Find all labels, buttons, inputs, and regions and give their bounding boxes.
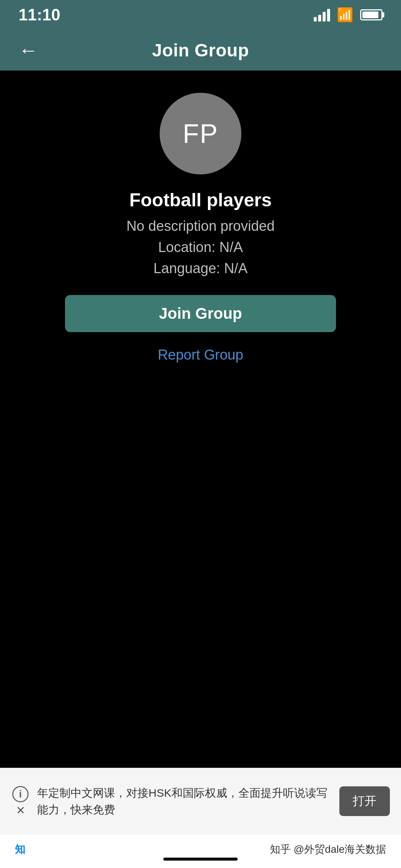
- ad-open-button[interactable]: 打开: [339, 786, 390, 816]
- ad-banner: i ✕ 年定制中文网课，对接HSK和国际权威，全面提升听说读写能力，快来免费 打…: [0, 768, 401, 835]
- join-group-button[interactable]: Join Group: [65, 295, 336, 332]
- join-group-button-label: Join Group: [159, 305, 242, 322]
- status-time: 11:10: [19, 6, 61, 24]
- bottom-bar: 知 知乎 @外贸dale海关数据: [0, 835, 401, 868]
- home-indicator-area: [0, 858, 401, 861]
- home-indicator: [163, 858, 238, 861]
- main-content: FP Football players No description provi…: [0, 71, 401, 363]
- status-icons: 📶: [314, 7, 382, 23]
- avatar-initials: FP: [183, 118, 218, 149]
- battery-icon: [360, 9, 382, 20]
- wifi-icon: 📶: [337, 7, 353, 23]
- group-name: Football players: [129, 189, 271, 211]
- zhihu-logo: 知: [15, 842, 25, 856]
- ad-text: 年定制中文网课，对接HSK和国际权威，全面提升听说读写能力，快来免费: [37, 787, 327, 816]
- signal-icon: [314, 8, 330, 22]
- group-avatar: FP: [160, 93, 241, 174]
- nav-title: Join Group: [152, 40, 249, 60]
- back-arrow-icon: ←: [19, 39, 38, 61]
- group-location: Location: N/A: [158, 239, 243, 255]
- ad-info-icon-circle: i: [12, 786, 29, 802]
- nav-bar: ← Join Group: [0, 30, 401, 71]
- report-group-link[interactable]: Report Group: [158, 347, 243, 363]
- group-language: Language: N/A: [153, 261, 248, 276]
- bottom-bar-source: 知乎 @外贸dale海关数据: [270, 842, 386, 856]
- group-description: No description provided: [126, 218, 274, 234]
- back-button[interactable]: ←: [15, 35, 42, 65]
- ad-close-icon[interactable]: ✕: [16, 804, 25, 817]
- ad-text-container: 年定制中文网课，对接HSK和国际权威，全面提升听说读写能力，快来免费: [37, 785, 332, 818]
- ad-info-section: i ✕: [11, 786, 30, 817]
- status-bar: 11:10 📶: [0, 0, 401, 30]
